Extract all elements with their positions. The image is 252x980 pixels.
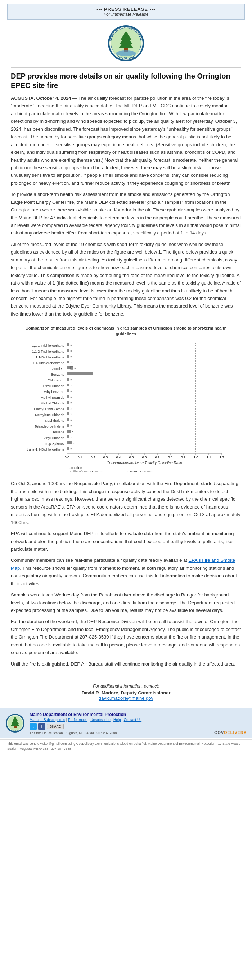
footer-org-name: Maine Department of Environmental Protec… [30,712,210,717]
body-paragraph-4: On Oct 3, around 1000hrs the Responsible… [11,480,241,526]
facebook-icon[interactable]: f [38,723,45,730]
svg-text:0.3: 0.3 [103,456,108,459]
svg-text:0.4: 0.4 [116,456,121,459]
svg-text:×: × [71,430,73,433]
svg-text:0.9: 0.9 [181,456,186,459]
svg-text:×: × [70,413,72,416]
svg-rect-46 [67,383,70,387]
svg-text:Methyl Chloride: Methyl Chloride [41,401,65,405]
svg-text:1,4-Dichlorobenzene: 1,4-Dichlorobenzene [33,361,65,365]
svg-text:Concentration-to-Acute Toxicit: Concentration-to-Acute Toxicity Guidelin… [106,461,182,465]
svg-text:0.6: 0.6 [142,456,147,459]
svg-text:Acrolein: Acrolein [52,367,65,371]
svg-text:STATE OF MAINE: STATE OF MAINE [9,730,21,732]
svg-text:0.0: 0.0 [65,456,70,459]
svg-rect-52 [67,401,70,404]
footer-org-links: Manage Subscriptions | Preferences | Uns… [30,718,210,722]
contact-label: For additional information, contact: [11,684,241,689]
contact-email-link[interactable]: david.madore@maine.gov [99,695,153,701]
svg-text:×: × [70,418,72,422]
footer-address: 17 State House Station · Augusta, ME 043… [30,731,210,735]
svg-rect-54 [67,407,70,409]
svg-text:Benzene: Benzene [51,372,65,376]
svg-text:1.0: 1.0 [194,456,198,459]
preferences-link[interactable]: Preferences [68,718,87,722]
twitter-icon[interactable]: t [30,723,37,730]
svg-rect-39 [67,366,73,369]
svg-rect-44 [67,378,70,381]
svg-text:Toluene: Toluene [52,430,65,434]
svg-rect-50 [67,395,70,398]
svg-text:Ethyl Chloride: Ethyl Chloride [43,384,65,388]
contact-name: David R. Madore, Deputy Commissioner [11,690,241,695]
footer-org-info: Maine Department of Environmental Protec… [30,712,210,735]
epa-fire-smoke-link[interactable]: EPA's Fire and Smoke Map [11,558,235,571]
svg-text:×: × [70,355,72,358]
svg-rect-111 [14,726,17,728]
body-paragraph-2: To provide a short-term health risk asse… [11,191,241,237]
footer-divider-bottom [11,706,241,706]
body-paragraph-5: EPA will continue to support Maine DEP i… [11,530,241,553]
press-subtitle: For Immediate Release [15,12,237,17]
svg-text:trans-1,2-Dichloroethene: trans-1,2-Dichloroethene [27,447,65,451]
svg-text:×: × [70,424,72,428]
press-title: --- PRESS RELEASE --- [15,6,237,12]
svg-rect-35 [67,355,70,358]
body-paragraph-6: Community members can see real-time part… [11,557,241,587]
svg-rect-62 [67,430,71,433]
footer-social-row: t f SHARE [30,723,210,730]
email-footer: This email was sent to visitor@gmail.com… [0,740,252,755]
svg-text:×: × [70,361,72,364]
footer-seal-icon: STATE OF MAINE [5,713,25,733]
contact-us-link[interactable]: Contact Us [124,718,141,722]
svg-text:Location: Location [69,466,82,470]
svg-text:△ EPEC Entrance: △ EPEC Entrance [126,470,153,472]
paragraph-1-text: — The air quality forecast for particle … [11,95,238,186]
svg-point-7 [116,51,136,56]
svg-text:×: × [73,442,74,445]
unsubscribe-link[interactable]: Unsubscribe [90,718,111,722]
footer-divider-top [11,679,241,679]
svg-rect-60 [67,424,70,427]
svg-text:×: × [70,395,72,399]
svg-text:m,p-Xylenes: m,p-Xylenes [45,442,65,445]
svg-rect-68 [67,447,70,450]
manage-subscriptions-link[interactable]: Manage Subscriptions [30,718,65,722]
svg-text:Tetrachloroethylene: Tetrachloroethylene [35,424,65,428]
svg-text:Ethylbenzene: Ethylbenzene [44,390,65,394]
svg-rect-37 [67,361,70,363]
body-paragraph-7: Samples were taken Wednesday from the Pe… [11,591,241,614]
article-title: DEP provides more details on air quality… [11,67,241,90]
chart-container: Comparison of measured levels of chemica… [11,322,241,476]
svg-text:Methyl Ethyl Ketone: Methyl Ethyl Ketone [34,407,65,411]
press-header: --- PRESS RELEASE --- For Immediate Rele… [7,3,245,20]
svg-text:1.2: 1.2 [220,456,224,459]
svg-text:Chloroform: Chloroform [48,378,65,382]
svg-rect-42 [67,372,93,375]
svg-text:STATE OF MAINE: STATE OF MAINE [115,57,136,59]
svg-text:×: × [70,447,72,450]
chart-title: Comparison of measured levels of chemica… [15,325,237,337]
svg-text:×: × [70,401,72,404]
svg-text:□: □ [94,372,95,375]
body-paragraph-3: All of the measured levels of the 19 che… [11,240,241,318]
main-content: DEP provides more details on air quality… [0,65,252,677]
svg-text:×: × [70,384,72,387]
body-paragraph-9: Until the fire is extinguished, DEP Air … [11,660,241,668]
svg-text:Methylene Chloride: Methylene Chloride [35,413,65,417]
svg-text:×: × [74,367,76,370]
share-button[interactable]: SHARE [47,724,64,729]
help-link[interactable]: Help [113,718,121,722]
dateline: AUGUSTA, October 4, 2024 [11,95,71,101]
svg-rect-48 [67,389,70,392]
svg-rect-66 [67,441,72,444]
svg-text:1,1,2-Trichloroethane: 1,1,2-Trichloroethane [32,349,65,353]
body-paragraph-1: AUGUSTA, October 4, 2024 — The air quali… [11,94,241,187]
svg-text:×: × [70,436,72,439]
svg-text:0.1: 0.1 [78,456,82,459]
maine-dep-seal-icon: STATE OF MAINE DEPARTMENT OF ENVIRONMENT… [107,24,145,62]
svg-rect-33 [67,349,70,352]
govdelivery-area: GOVDELIVERY [214,730,247,735]
svg-text:×: × [70,378,72,382]
govdelivery-logo: GOVDELIVERY [214,730,247,735]
